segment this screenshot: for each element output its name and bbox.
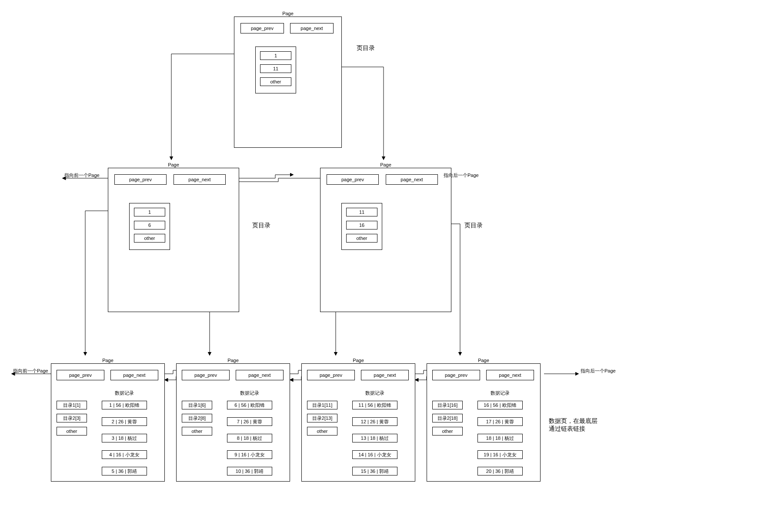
prev-label: 指向前一个Page [13, 368, 48, 374]
dir-entry: 目录2[18] [432, 414, 463, 422]
data-record-label: 数据记录 [115, 390, 134, 396]
page-title: Page [108, 162, 239, 167]
data-row: 20 | 36 | 郭靖 [477, 467, 523, 475]
leaf-page: Page page_prev page_next 数据记录 目录1[16] 目录… [427, 363, 541, 482]
dir-entry: other [432, 427, 463, 436]
dir-entry: other [182, 427, 212, 436]
data-row: 5 | 36 | 郭靖 [102, 467, 147, 475]
root-page: Page page_prev page_next 1 11 other [234, 17, 342, 148]
dir-entry: 目录1[1] [57, 401, 87, 409]
dir-entry: other [57, 427, 87, 436]
dir-entry: 1 [134, 208, 165, 216]
prev-label: 指向前一个Page [64, 172, 100, 179]
page-next-slot: page_next [110, 370, 158, 380]
dir-entry: 11 [346, 208, 377, 216]
next-label: 指向后一个Page [444, 172, 479, 179]
data-record-label: 数据记录 [240, 390, 259, 396]
dir-entry: other [134, 234, 165, 243]
description-line: 数据页，在最底层 [549, 417, 597, 424]
data-row: 17 | 26 | 黄蓉 [477, 417, 523, 426]
page-prev-slot: page_prev [307, 370, 355, 380]
dir-entry: 1 [260, 51, 291, 60]
data-record-label: 数据记录 [491, 390, 510, 396]
directory-box: 1 11 other [255, 47, 296, 93]
data-row: 13 | 18 | 杨过 [352, 434, 397, 442]
page-title: Page [302, 358, 415, 363]
dir-entry: 目录1[16] [432, 401, 463, 409]
data-row: 9 | 16 | 小龙女 [227, 450, 272, 459]
page-title: Page [177, 358, 290, 363]
mid-page: Page page_prev page_next 11 16 other [320, 168, 451, 312]
directory-box: 11 16 other [341, 203, 382, 250]
dir-entry: 6 [134, 221, 165, 229]
page-prev-slot: page_prev [57, 370, 104, 380]
data-row: 18 | 18 | 杨过 [477, 434, 523, 442]
dir-entry: 目录2[3] [57, 414, 87, 422]
data-row: 8 | 18 | 杨过 [227, 434, 272, 442]
directory-label: 页目录 [252, 222, 270, 229]
page-next-slot: page_next [386, 174, 438, 185]
data-row: 14 | 16 | 小龙女 [352, 450, 397, 459]
dir-entry: 目录2[8] [182, 414, 212, 422]
data-row: 1 | 56 | 欧阳锋 [102, 401, 147, 409]
data-row: 2 | 26 | 黄蓉 [102, 417, 147, 426]
data-row: 16 | 56 | 欧阳锋 [477, 401, 523, 409]
data-row: 10 | 36 | 郭靖 [227, 467, 272, 475]
data-row: 15 | 36 | 郭靖 [352, 467, 397, 475]
diagram-canvas: Page page_prev page_next 1 11 other 页目录 … [0, 0, 781, 532]
page-next-slot: page_next [236, 370, 284, 380]
description-line: 通过链表链接 [549, 425, 585, 432]
data-row: 6 | 56 | 欧阳锋 [227, 401, 272, 409]
page-title: Page [51, 358, 164, 363]
data-row: 4 | 16 | 小龙女 [102, 450, 147, 459]
directory-box: 1 6 other [129, 203, 170, 250]
page-next-slot: page_next [174, 174, 226, 185]
next-label: 指向后一个Page [581, 368, 616, 374]
leaf-page: Page page_prev page_next 数据记录 目录1[1] 目录2… [51, 363, 165, 482]
page-prev-slot: page_prev [327, 174, 379, 185]
page-next-slot: page_next [486, 370, 534, 380]
page-title: Page [234, 11, 341, 16]
data-record-label: 数据记录 [365, 390, 384, 396]
dir-entry: 目录1[11] [307, 401, 337, 409]
dir-entry: other [346, 234, 377, 243]
page-next-slot: page_next [361, 370, 409, 380]
dir-entry: other [260, 77, 291, 86]
leaf-page: Page page_prev page_next 数据记录 目录1[11] 目录… [301, 363, 415, 482]
dir-entry: 目录1[6] [182, 401, 212, 409]
data-row: 12 | 26 | 黄蓉 [352, 417, 397, 426]
page-next-slot: page_next [290, 23, 334, 33]
dir-entry: 11 [260, 64, 291, 73]
leaf-page: Page page_prev page_next 数据记录 目录1[6] 目录2… [176, 363, 290, 482]
dir-entry: other [307, 427, 337, 436]
page-title: Page [427, 358, 540, 363]
page-prev-slot: page_prev [114, 174, 167, 185]
dir-entry: 16 [346, 221, 377, 229]
directory-label: 页目录 [464, 222, 483, 229]
data-row: 7 | 26 | 黄蓉 [227, 417, 272, 426]
data-row: 3 | 18 | 杨过 [102, 434, 147, 442]
directory-label: 页目录 [357, 44, 375, 52]
page-prev-slot: page_prev [182, 370, 230, 380]
page-prev-slot: page_prev [240, 23, 284, 33]
dir-entry: 目录2[13] [307, 414, 337, 422]
data-row: 11 | 56 | 欧阳锋 [352, 401, 397, 409]
page-prev-slot: page_prev [432, 370, 480, 380]
description: 数据页，在最底层 通过链表链接 [549, 417, 614, 433]
data-row: 19 | 16 | 小龙女 [477, 450, 523, 459]
mid-page: Page page_prev page_next 1 6 other [108, 168, 239, 312]
page-title: Page [320, 162, 451, 167]
